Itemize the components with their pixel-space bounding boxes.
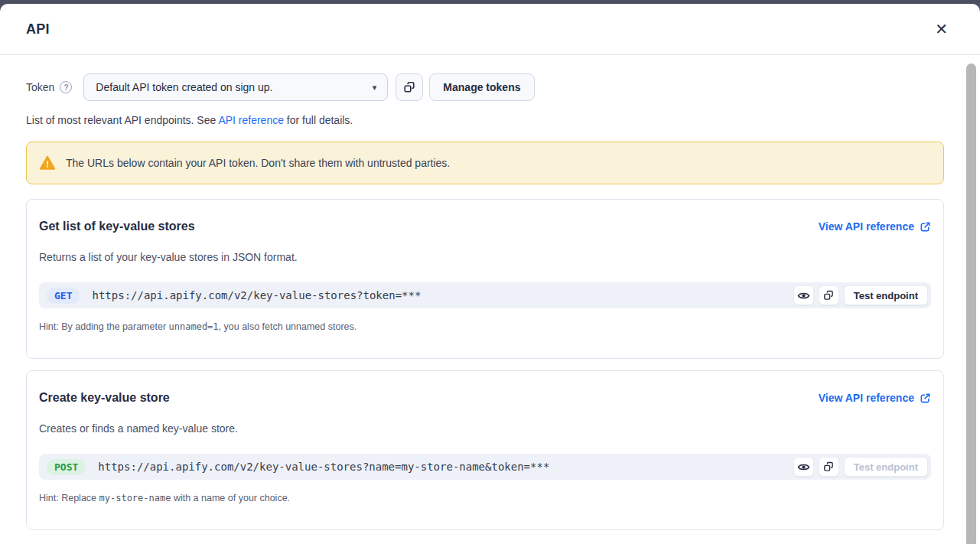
card-description: Creates or finds a named key-value store… (39, 422, 931, 435)
token-label: Token (26, 81, 54, 93)
question-mark-glyph: ? (63, 83, 68, 92)
hint-code: unnamed=1 (169, 321, 219, 332)
scrollbar[interactable] (966, 64, 976, 544)
token-select[interactable]: Default API token created on sign up. ▾ (83, 73, 388, 101)
chevron-down-icon: ▾ (373, 83, 377, 93)
card-description: Returns a list of your key-value stores … (39, 251, 931, 264)
endpoint-url-row: POST https://api.apify.com/v2/key-value-… (39, 454, 931, 480)
intro-after: for full details. (284, 114, 353, 126)
warning-banner: The URLs below contain your API token. D… (26, 142, 944, 184)
card-head: Get list of key-value stores View API re… (39, 220, 931, 233)
test-endpoint-button[interactable]: Test endpoint (844, 285, 928, 305)
show-token-button[interactable] (793, 457, 814, 477)
url-row-controls: Test endpoint (793, 457, 928, 477)
hint-after: with a name of your choice. (171, 493, 290, 503)
eye-icon (797, 289, 810, 302)
intro-before: List of most relevant API endpoints. See (26, 114, 218, 126)
modal-title: API (26, 21, 50, 37)
token-select-value: Default API token created on sign up. (96, 81, 272, 93)
modal-body: Token ? Default API token created on sig… (0, 55, 980, 530)
intro-text: List of most relevant API endpoints. See… (26, 114, 944, 126)
api-modal: API ✕ Token ? Default API token created … (0, 4, 980, 544)
token-row: Token ? Default API token created on sig… (26, 73, 944, 101)
eye-icon (797, 461, 810, 474)
show-token-button[interactable] (793, 285, 814, 305)
page-backdrop: API ✕ Token ? Default API token created … (0, 0, 980, 544)
api-reference-link[interactable]: API reference (218, 114, 284, 126)
hint-after: , you also fetch unnamed stores. (219, 321, 357, 332)
close-icon: ✕ (935, 21, 948, 37)
test-endpoint-button[interactable]: Test endpoint (844, 457, 928, 477)
endpoint-card-get-list: Get list of key-value stores View API re… (26, 199, 944, 359)
endpoint-url: https://api.apify.com/v2/key-value-store… (98, 461, 793, 473)
endpoint-url-row: GET https://api.apify.com/v2/key-value-s… (39, 282, 931, 308)
copy-icon (402, 80, 416, 94)
card-link-label: View API reference (819, 220, 914, 233)
manage-tokens-button[interactable]: Manage tokens (429, 73, 534, 101)
hint-before: Hint: Replace (39, 493, 99, 503)
hint-code: my-store-name (99, 493, 171, 503)
endpoint-card-create: Create key-value store View API referenc… (26, 370, 944, 530)
modal-header: API ✕ (0, 4, 980, 55)
method-badge: POST (47, 459, 86, 475)
endpoint-url: https://api.apify.com/v2/key-value-store… (92, 289, 793, 301)
copy-icon (822, 461, 835, 473)
copy-url-button[interactable] (819, 285, 839, 305)
copy-url-button[interactable] (819, 457, 839, 477)
card-title: Create key-value store (39, 391, 170, 405)
card-title: Get list of key-value stores (39, 220, 195, 233)
warning-icon (39, 155, 56, 171)
help-icon[interactable]: ? (60, 81, 72, 93)
method-badge: GET (47, 288, 80, 304)
external-link-icon (920, 393, 931, 404)
endpoint-hint: Hint: By adding the parameter unnamed=1,… (39, 321, 931, 332)
endpoint-hint: Hint: Replace my-store-name with a name … (39, 493, 931, 503)
copy-icon (822, 289, 835, 301)
warning-text: The URLs below contain your API token. D… (66, 157, 450, 169)
hint-before: Hint: By adding the parameter (39, 321, 169, 332)
copy-token-button[interactable] (396, 73, 423, 101)
external-link-icon (920, 221, 931, 233)
card-head: Create key-value store View API referenc… (39, 391, 931, 405)
card-link-label: View API reference (819, 392, 914, 404)
view-api-reference-link[interactable]: View API reference (819, 392, 931, 404)
url-row-controls: Test endpoint (793, 285, 928, 305)
close-button[interactable]: ✕ (930, 20, 952, 38)
view-api-reference-link[interactable]: View API reference (819, 220, 931, 233)
